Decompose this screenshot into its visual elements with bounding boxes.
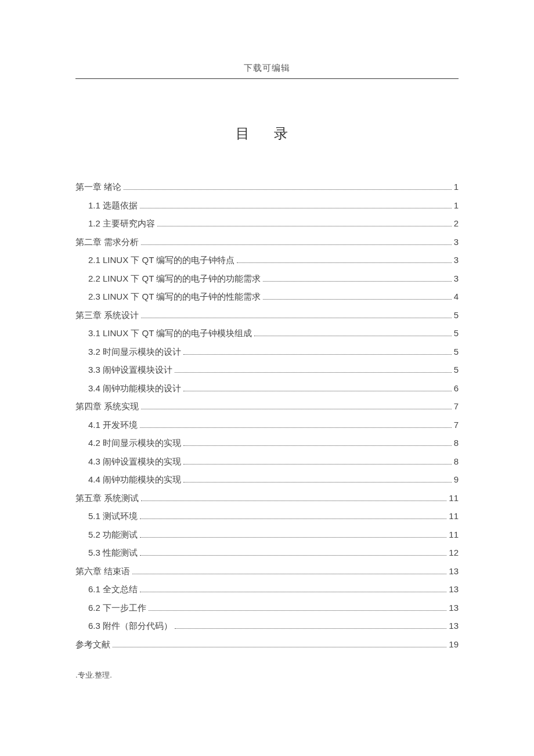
toc-entry-page: 13 [449,603,459,612]
toc-entry: 5.1 测试环境11 [75,512,459,521]
page-header: 下载可编辑 [0,0,534,79]
toc-leader-dots [183,482,452,483]
toc-leader-dots [141,318,451,318]
toc-entry-label: 第三章 系统设计 [75,311,139,319]
toc-entry-label: 5.2 功能测试 [88,530,138,539]
toc-entry-label: 第二章 需求分析 [75,237,139,246]
toc-entry-label: 第一章 绪论 [75,182,121,191]
toc-leader-dots [140,208,452,208]
toc-leader-dots [183,464,452,465]
toc-entry-page: 19 [449,640,459,649]
toc-entry-page: 3 [454,274,459,283]
toc-entry: 1.1 选题依据1 [75,201,459,210]
header-divider [75,78,459,79]
toc-entry-label: 1.1 选题依据 [88,201,138,210]
toc-entry: 4.2 时间显示模块的实现8 [75,438,459,448]
toc-entry: 6.2 下一步工作13 [75,603,459,613]
toc-entry-page: 5 [454,347,459,356]
toc-entry: 6.1 全文总结13 [75,585,459,594]
toc-leader-dots [140,555,446,556]
toc-entry: 4.4 闹钟功能模块的实现9 [75,475,459,484]
toc-entry-page: 13 [449,585,459,593]
toc-leader-dots [140,592,446,592]
toc-entry-label: 3.2 时间显示模块的设计 [88,347,181,356]
toc-entry-page: 8 [454,438,459,447]
toc-entry: 2.2 LINUX 下 QT 编写的的电子钟的功能需求3 [75,274,459,283]
toc-entry-label: 3.1 LINUX 下 QT 编写的的电子钟模块组成 [88,329,252,337]
toc-entry: 6.3 附件（部分代码）13 [75,621,459,631]
toc-entry-label: 1.2 主要研究内容 [88,219,155,228]
toc-entry-label: 参考文献 [75,640,110,649]
toc-entry-label: 2.1 LINUX 下 QT 编写的的电子钟特点 [88,255,234,264]
toc-entry-page: 8 [454,457,459,466]
toc-entry: 4.3 闹钟设置模块的实现8 [75,457,459,466]
header-text: 下载可编辑 [244,63,290,73]
toc-leader-dots [183,391,452,391]
toc-entry-page: 11 [449,512,459,520]
toc-entry-label: 6.3 附件（部分代码） [88,621,172,630]
toc-leader-dots [113,647,446,647]
toc-entry-page: 13 [449,567,459,575]
toc-entry: 4.1 开发环境7 [75,420,459,430]
toc-entry-label: 4.1 开发环境 [88,420,138,429]
toc-entry-label: 4.2 时间显示模块的实现 [88,438,181,447]
toc-leader-dots [141,409,451,409]
toc-entry-page: 5 [454,311,459,319]
toc-entry-label: 3.4 闹钟功能模块的设计 [88,384,181,393]
toc-leader-dots [183,354,452,355]
toc-entry-label: 4.4 闹钟功能模块的实现 [88,475,181,484]
toc-entry-page: 7 [454,402,459,411]
toc-entry-page: 7 [454,420,459,429]
toc-entry: 2.1 LINUX 下 QT 编写的的电子钟特点3 [75,255,459,265]
toc-entry: 3.3 闹钟设置模块设计5 [75,365,459,375]
toc-entry-page: 3 [454,255,459,264]
toc-entry: 1.2 主要研究内容2 [75,219,459,228]
toc-entry-label: 2.2 LINUX 下 QT 编写的的电子钟的功能需求 [88,274,261,283]
toc-entry-page: 1 [454,182,459,191]
toc-entry: 5.2 功能测试11 [75,530,459,539]
toc-entry-label: 5.1 测试环境 [88,512,138,520]
toc-entry-label: 第四章 系统实现 [75,402,139,411]
page-footer: .专业.整理. [75,670,112,681]
toc-entry-page: 11 [449,494,459,502]
toc-entry-page: 6 [454,384,459,393]
table-of-contents: 第一章 绪论11.1 选题依据11.2 主要研究内容2第二章 需求分析32.1 … [75,182,459,649]
toc-entry-label: 第五章 系统测试 [75,494,139,502]
toc-leader-dots [175,372,452,373]
toc-entry: 第五章 系统测试11 [75,494,459,503]
toc-entry-label: 6.2 下一步工作 [88,603,146,612]
toc-entry-page: 11 [449,530,459,539]
toc-leader-dots [263,299,451,300]
toc-entry: 参考文献19 [75,640,459,649]
toc-leader-dots [140,537,446,538]
toc-entry: 第一章 绪论1 [75,182,459,192]
toc-entry-page: 13 [449,621,459,630]
toc-entry-page: 4 [454,292,459,301]
toc-leader-dots [140,427,452,428]
toc-entry: 第三章 系统设计5 [75,311,459,320]
toc-leader-dots [124,189,451,190]
toc-leader-dots [175,628,446,629]
toc-entry: 3.1 LINUX 下 QT 编写的的电子钟模块组成5 [75,329,459,338]
toc-leader-dots [237,262,451,263]
toc-entry-label: 2.3 LINUX 下 QT 编写的的电子钟的性能需求 [88,292,261,301]
toc-entry-page: 3 [454,237,459,246]
toc-entry-label: 4.3 闹钟设置模块的实现 [88,457,181,466]
toc-title: 目 录 [0,124,534,143]
toc-entry: 5.3 性能测试12 [75,548,459,557]
toc-entry-page: 5 [454,365,459,374]
toc-leader-dots [254,336,451,336]
toc-entry: 3.4 闹钟功能模块的设计6 [75,384,459,393]
toc-leader-dots [141,244,451,245]
toc-entry-label: 3.3 闹钟设置模块设计 [88,365,172,374]
toc-entry: 第四章 系统实现7 [75,402,459,411]
toc-leader-dots [140,519,446,519]
toc-entry-label: 第六章 结束语 [75,567,130,575]
toc-entry-page: 1 [454,201,459,210]
toc-entry-page: 2 [454,219,459,228]
toc-entry-page: 12 [449,548,459,557]
toc-entry: 第六章 结束语13 [75,567,459,576]
toc-leader-dots [132,574,446,574]
toc-leader-dots [141,501,446,501]
toc-entry: 3.2 时间显示模块的设计5 [75,347,459,357]
